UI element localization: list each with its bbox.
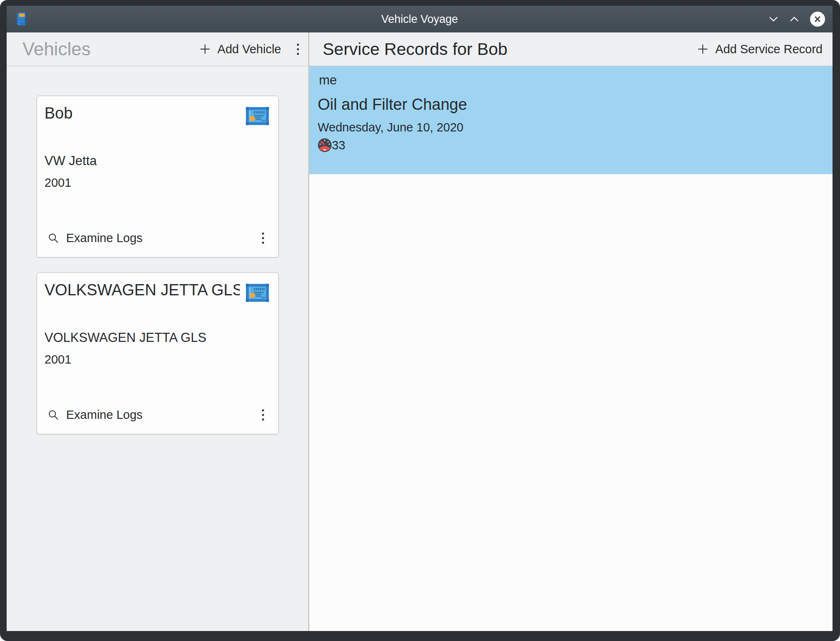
examine-logs-label: Examine Logs	[66, 231, 143, 245]
window-title: Vehicle Voyage	[7, 13, 833, 26]
vehicle-overflow-menu-button[interactable]	[259, 229, 267, 247]
service-record-odometer: 33	[332, 139, 345, 152]
service-records-title: Service Records for Bob	[323, 40, 507, 59]
odometer-gauge-icon	[318, 138, 332, 152]
examine-logs-button[interactable]: Examine Logs	[44, 406, 146, 423]
service-record-row-selected[interactable]: me Oil and Filter Change Wednesday, June…	[309, 66, 833, 174]
header-row: Vehicles Add Vehicle Service Records for…	[7, 32, 833, 66]
vehicle-list: Bob	[7, 66, 308, 631]
search-icon	[48, 409, 59, 421]
vehicle-card[interactable]: VOLKSWAGEN JETTA GLS	[37, 272, 279, 434]
minimize-button[interactable]	[768, 16, 778, 22]
registration-card-icon	[246, 107, 269, 125]
search-icon	[48, 233, 59, 244]
chevron-up-icon	[789, 16, 799, 22]
app-window: Vehicle Voyage	[0, 0, 840, 641]
service-record-agent: me	[318, 73, 823, 88]
add-service-record-button[interactable]: Add Service Record	[697, 42, 823, 56]
add-service-record-label: Add Service Record	[715, 42, 823, 56]
close-button[interactable]	[810, 12, 825, 27]
add-vehicle-button[interactable]: Add Vehicle	[199, 42, 281, 56]
service-records-header: Service Records for Bob Add Service Reco…	[309, 32, 833, 66]
vehicle-model: VOLKSWAGEN JETTA GLS	[44, 330, 206, 345]
vehicles-title: Vehicles	[22, 39, 91, 59]
vehicle-year: 2001	[44, 176, 72, 190]
registration-card-icon	[246, 284, 269, 302]
vehicle-model: VW Jetta	[44, 153, 97, 168]
vehicle-card[interactable]: Bob	[37, 96, 279, 257]
vehicle-year: 2001	[44, 353, 72, 366]
service-record-date: Wednesday, June 10, 2020	[318, 121, 823, 134]
close-icon	[810, 12, 825, 27]
vehicle-name: Bob	[44, 104, 240, 122]
service-record-title: Oil and Filter Change	[318, 96, 823, 114]
plus-icon	[199, 43, 211, 55]
add-vehicle-label: Add Vehicle	[217, 42, 281, 56]
vehicles-header: Vehicles Add Vehicle	[7, 32, 308, 66]
titlebar[interactable]: Vehicle Voyage	[7, 6, 833, 32]
vehicle-overflow-menu-button[interactable]	[259, 406, 267, 424]
maximize-button[interactable]	[789, 16, 799, 22]
service-record-list: me Oil and Filter Change Wednesday, June…	[309, 66, 833, 631]
examine-logs-button[interactable]: Examine Logs	[44, 230, 146, 247]
examine-logs-label: Examine Logs	[66, 408, 143, 422]
plus-icon	[697, 43, 709, 55]
vehicle-name: VOLKSWAGEN JETTA GLS	[44, 281, 240, 299]
chevron-down-icon	[768, 16, 778, 22]
vehicles-overflow-menu-button[interactable]	[294, 40, 302, 58]
